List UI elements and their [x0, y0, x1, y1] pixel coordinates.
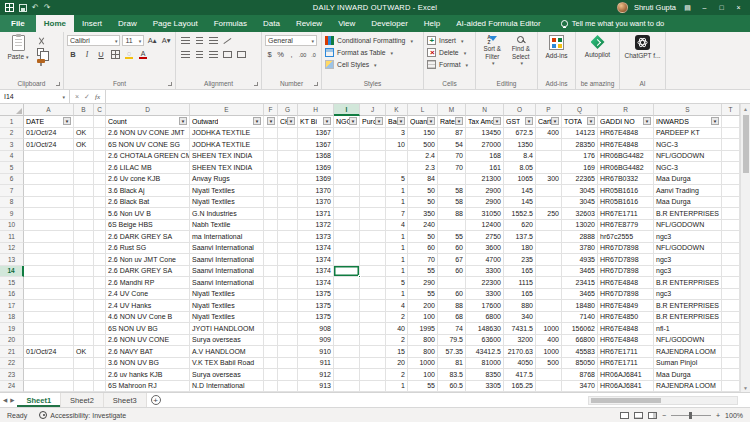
cell-Q15[interactable]: 23415 — [562, 277, 598, 289]
align-center-icon[interactable] — [193, 49, 205, 60]
accessibility-checker[interactable]: Accessibility: Investigate — [39, 411, 126, 419]
cell-N14[interactable]: 3300 — [466, 266, 504, 278]
cell-T11[interactable] — [722, 231, 740, 243]
cell-Q10[interactable]: 13020 — [562, 220, 598, 232]
column-header-B[interactable]: B — [74, 104, 94, 116]
cell-B22[interactable] — [74, 358, 94, 370]
cell-T2[interactable] — [722, 128, 740, 140]
column-header-T[interactable]: T — [722, 104, 740, 116]
cell-D6[interactable]: 2.6 Uv cone KJB — [106, 174, 190, 186]
cell-E7[interactable]: Niyati Textiles — [190, 185, 264, 197]
user-avatar[interactable] — [617, 2, 628, 13]
cell-C17[interactable] — [94, 300, 106, 312]
cell-O6[interactable]: 1065 — [504, 174, 536, 186]
cell-N17[interactable]: 17600 — [466, 300, 504, 312]
cell-L17[interactable]: 200 — [408, 300, 438, 312]
header-cell-P1[interactable]: Carta▼ — [536, 116, 562, 128]
cell-A24[interactable] — [24, 381, 74, 393]
cell-P5[interactable] — [536, 162, 562, 174]
enter-entry-icon[interactable]: ✓ — [84, 93, 90, 101]
cell-B2[interactable]: OK — [74, 128, 94, 140]
cell-J3[interactable] — [360, 139, 386, 151]
vertical-scrollbar[interactable]: ▲ ▼ — [740, 104, 750, 392]
cell-D4[interactable]: 2.6 CHOTALA GREEN CMS — [106, 151, 190, 163]
select-all-button[interactable] — [0, 104, 24, 116]
cell-C14[interactable] — [94, 266, 106, 278]
cell-L22[interactable]: 1000 — [408, 358, 438, 370]
cell-K8[interactable]: 1 — [386, 197, 408, 209]
cell-I10[interactable] — [334, 220, 360, 232]
cell-R11[interactable]: hr67c2555 — [598, 231, 654, 243]
chatgpt-button[interactable]: ChatGPT f... — [623, 35, 662, 59]
cell-H18[interactable]: 1375 — [298, 312, 334, 324]
header-cell-J1[interactable]: Purcl▼ — [360, 116, 386, 128]
cell-E13[interactable]: Saanvi International — [190, 254, 264, 266]
cell-O5[interactable]: 8.05 — [504, 162, 536, 174]
cell-D10[interactable]: 6S Beige HBS — [106, 220, 190, 232]
cell-J23[interactable] — [360, 369, 386, 381]
cell-A8[interactable] — [24, 197, 74, 209]
cell-H15[interactable]: 1374 — [298, 277, 334, 289]
filter-button-icon[interactable]: ▼ — [375, 117, 383, 125]
cell-E16[interactable]: Niyati Textiles — [190, 289, 264, 301]
cell-P10[interactable] — [536, 220, 562, 232]
cell-Q4[interactable]: 176 — [562, 151, 598, 163]
cell-C16[interactable] — [94, 289, 106, 301]
cell-L10[interactable]: 240 — [408, 220, 438, 232]
cell-F10[interactable] — [264, 220, 278, 232]
cell-H3[interactable]: 1367 — [298, 139, 334, 151]
cell-C7[interactable] — [94, 185, 106, 197]
page-layout-view-icon[interactable] — [634, 412, 643, 419]
cell-D2[interactable]: 2.6 NON UV CONE JMT — [106, 128, 190, 140]
maximize-icon[interactable]: □ — [716, 4, 727, 11]
cell-J8[interactable] — [360, 197, 386, 209]
cell-S21[interactable]: RAJENDRA LOOM — [654, 346, 722, 358]
bold-icon[interactable]: B — [67, 49, 79, 60]
cell-C10[interactable] — [94, 220, 106, 232]
cell-S12[interactable]: NFL/GODOWN — [654, 243, 722, 255]
cell-H19[interactable]: 908 — [298, 323, 334, 335]
number-format-select[interactable]: General▾ — [265, 35, 317, 46]
column-header-D[interactable]: D — [106, 104, 190, 116]
cell-F14[interactable] — [264, 266, 278, 278]
scroll-up-icon[interactable]: ▲ — [741, 104, 750, 113]
cell-H2[interactable]: 1367 — [298, 128, 334, 140]
cell-R17[interactable]: HR67E4849 — [598, 300, 654, 312]
cell-G19[interactable] — [278, 323, 298, 335]
cell-L14[interactable]: 55 — [408, 266, 438, 278]
cell-J24[interactable] — [360, 381, 386, 393]
cell-G16[interactable] — [278, 289, 298, 301]
underline-icon[interactable]: U — [95, 49, 107, 60]
alignment-dialog-launcher-icon[interactable] — [254, 82, 258, 86]
cell-B12[interactable] — [74, 243, 94, 255]
row-header-16[interactable]: 16 — [0, 289, 24, 301]
cell-F24[interactable] — [264, 381, 278, 393]
cell-D24[interactable]: 6S Mahroon RJ — [106, 381, 190, 393]
scroll-down-icon[interactable]: ▼ — [741, 383, 750, 392]
row-header-3[interactable]: 3 — [0, 139, 24, 151]
header-cell-H1[interactable]: KT Bi▼ — [298, 116, 334, 128]
cell-C4[interactable] — [94, 151, 106, 163]
cell-F6[interactable] — [264, 174, 278, 186]
header-cell-L1[interactable]: Quant▼ — [408, 116, 438, 128]
cell-F11[interactable] — [264, 231, 278, 243]
cell-I23[interactable] — [334, 369, 360, 381]
cell-N23[interactable]: 8350 — [466, 369, 504, 381]
zoom-level[interactable]: 100% — [725, 412, 743, 419]
cell-P7[interactable] — [536, 185, 562, 197]
cell-O19[interactable]: 7431.5 — [504, 323, 536, 335]
cell-J14[interactable] — [360, 266, 386, 278]
comma-format-icon[interactable]: , — [287, 49, 296, 60]
cell-K7[interactable]: 1 — [386, 185, 408, 197]
cell-P2[interactable]: 400 — [536, 128, 562, 140]
cell-I12[interactable] — [334, 243, 360, 255]
header-cell-S1[interactable]: INWARDS▼ — [654, 116, 722, 128]
cell-S11[interactable]: ngc3 — [654, 231, 722, 243]
cell-L11[interactable]: 50 — [408, 231, 438, 243]
cell-J13[interactable] — [360, 254, 386, 266]
cell-J10[interactable] — [360, 220, 386, 232]
cell-Q24[interactable]: 3470 — [562, 381, 598, 393]
cell-R14[interactable]: HR67D7898 — [598, 266, 654, 278]
cell-T7[interactable] — [722, 185, 740, 197]
column-header-P[interactable]: P — [536, 104, 562, 116]
